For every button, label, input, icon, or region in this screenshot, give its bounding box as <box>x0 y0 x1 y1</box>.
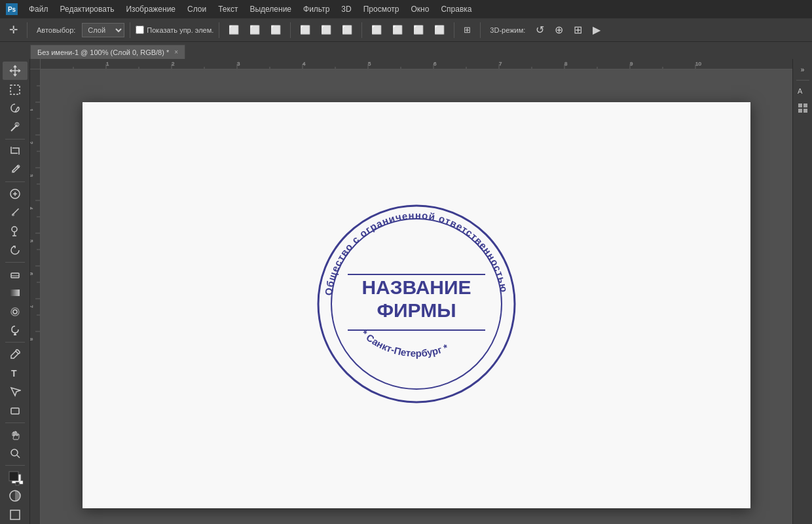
align-right-btn[interactable]: ⬜ <box>338 24 356 36</box>
move-icon: ✛ <box>5 22 22 37</box>
main-area: T <box>0 59 812 524</box>
align-bottom-btn[interactable]: ⬜ <box>267 24 285 36</box>
autoselect-select[interactable]: Слой Группа <box>82 23 124 37</box>
panel-icon-btn[interactable]: A <box>795 83 811 99</box>
svg-rect-23 <box>10 510 20 519</box>
distribute-v-btn[interactable]: ⬜ <box>388 24 407 36</box>
tool-sep-5 <box>5 422 25 423</box>
tab-close-btn[interactable]: × <box>174 48 178 56</box>
svg-text:4: 4 <box>30 207 33 210</box>
hand-btn[interactable] <box>3 426 28 444</box>
brush-btn[interactable] <box>3 204 28 222</box>
document-tab[interactable]: Без имени-1 @ 100% (Слой 0, RGB/8) * × <box>30 45 185 59</box>
transform-btn[interactable]: ⊞ <box>460 24 475 36</box>
svg-rect-88 <box>803 103 807 107</box>
company-name-line2: ФИРМЫ <box>377 299 456 321</box>
svg-rect-87 <box>798 103 802 107</box>
svg-rect-15 <box>11 408 19 414</box>
clone-stamp-btn[interactable] <box>3 222 28 240</box>
path-select-btn[interactable] <box>3 383 28 401</box>
svg-point-16 <box>11 449 18 456</box>
svg-text:8: 8 <box>30 338 33 341</box>
menu-select[interactable]: Выделение <box>244 3 297 15</box>
toolbar-sep-1 <box>27 22 28 38</box>
svg-rect-11 <box>10 290 20 296</box>
toolbar-sep-2 <box>130 22 130 38</box>
show-controls-label[interactable]: Показать упр. элем. <box>136 26 213 34</box>
crop-tool-btn[interactable] <box>3 142 28 160</box>
svg-text:2: 2 <box>30 141 33 144</box>
threed-btn-4[interactable]: ▶ <box>589 22 604 37</box>
distribute-space-btn[interactable]: ⬜ <box>409 24 428 36</box>
shape-btn[interactable] <box>3 402 28 420</box>
tool-sep-1 <box>5 139 25 140</box>
svg-point-8 <box>12 214 14 216</box>
zoom-btn[interactable] <box>3 444 28 462</box>
align-top-btn[interactable]: ⬜ <box>225 24 243 36</box>
svg-rect-89 <box>798 109 802 113</box>
align-mid-btn[interactable]: ⬜ <box>246 24 264 36</box>
align-center-btn[interactable]: ⬜ <box>317 24 335 36</box>
ruler-corner <box>30 59 41 69</box>
svg-text:2: 2 <box>172 61 175 67</box>
svg-text:T: T <box>11 368 17 379</box>
color-swatches[interactable] <box>3 468 28 487</box>
menu-view[interactable]: Просмотр <box>358 3 405 15</box>
svg-rect-90 <box>803 109 807 113</box>
threed-btn-3[interactable]: ⊞ <box>570 22 586 37</box>
menu-window[interactable]: Окно <box>405 3 434 15</box>
history-btn[interactable] <box>3 241 28 259</box>
canvas-container: Общество с ограниченной ответственностью… <box>41 69 792 524</box>
tab-title: Без имени-1 @ 100% (Слой 0, RGB/8) * <box>37 48 169 56</box>
toolbar: ✛ Автовыбор: Слой Группа Показать упр. э… <box>0 18 812 42</box>
pen-btn[interactable] <box>3 345 28 364</box>
tool-sep-2 <box>5 181 25 182</box>
svg-point-9 <box>12 227 17 232</box>
distribute-h-btn[interactable]: ⬜ <box>367 24 386 36</box>
menu-file[interactable]: Файл <box>24 3 54 15</box>
tool-sep-4 <box>5 342 25 343</box>
menu-3d[interactable]: 3D <box>336 3 356 15</box>
svg-text:3: 3 <box>237 61 240 67</box>
blur-btn[interactable] <box>3 303 28 321</box>
healing-btn[interactable] <box>3 185 28 203</box>
align-left-btn[interactable]: ⬜ <box>296 24 314 36</box>
toolbar-sep-6 <box>454 22 454 38</box>
svg-text:* Санкт-Петербург *: * Санкт-Петербург * <box>359 328 449 358</box>
menu-help[interactable]: Справка <box>435 3 477 15</box>
toolbar-sep-7 <box>480 22 481 38</box>
threed-mode-label: 3D-режим: <box>486 25 529 35</box>
collapse-panel-btn[interactable]: » <box>795 62 811 77</box>
panel-icon-btn-2[interactable] <box>795 100 811 116</box>
menu-image[interactable]: Изображение <box>120 3 181 15</box>
menu-filter[interactable]: Фильтр <box>298 3 335 15</box>
threed-btn-2[interactable]: ⊕ <box>551 22 567 37</box>
threed-btn-1[interactable]: ↺ <box>532 22 548 37</box>
svg-text:1: 1 <box>30 109 33 111</box>
svg-rect-2 <box>10 85 20 94</box>
move-tool-btn[interactable] <box>3 62 28 80</box>
svg-text:6: 6 <box>30 272 33 275</box>
gradient-btn[interactable] <box>3 284 28 302</box>
svg-text:9: 9 <box>630 61 633 67</box>
distribute-extra-btn[interactable]: ⬜ <box>430 24 449 36</box>
stamp-container: Общество с ограниченной ответственностью… <box>312 199 521 411</box>
svg-text:6: 6 <box>434 61 437 67</box>
lasso-tool-btn[interactable] <box>3 99 28 117</box>
magic-wand-btn[interactable] <box>3 118 28 136</box>
menu-text[interactable]: Текст <box>213 3 243 15</box>
svg-rect-20 <box>20 481 23 484</box>
menu-layers[interactable]: Слои <box>182 3 212 15</box>
marquee-tool-btn[interactable] <box>3 81 28 99</box>
eyedropper-btn[interactable] <box>3 160 28 179</box>
text-btn[interactable]: T <box>3 364 28 383</box>
quick-mask-btn[interactable] <box>3 487 28 506</box>
show-controls-checkbox[interactable] <box>136 26 144 34</box>
screen-mode-btn[interactable] <box>3 506 28 524</box>
menu-edit[interactable]: Редактировать <box>55 3 120 15</box>
svg-text:7: 7 <box>30 305 33 308</box>
app-icon: Ps <box>5 3 18 16</box>
dodge-btn[interactable] <box>3 322 28 340</box>
canvas-area: 1 2 3 4 5 6 7 8 9 <box>30 59 792 524</box>
eraser-btn[interactable] <box>3 265 28 283</box>
